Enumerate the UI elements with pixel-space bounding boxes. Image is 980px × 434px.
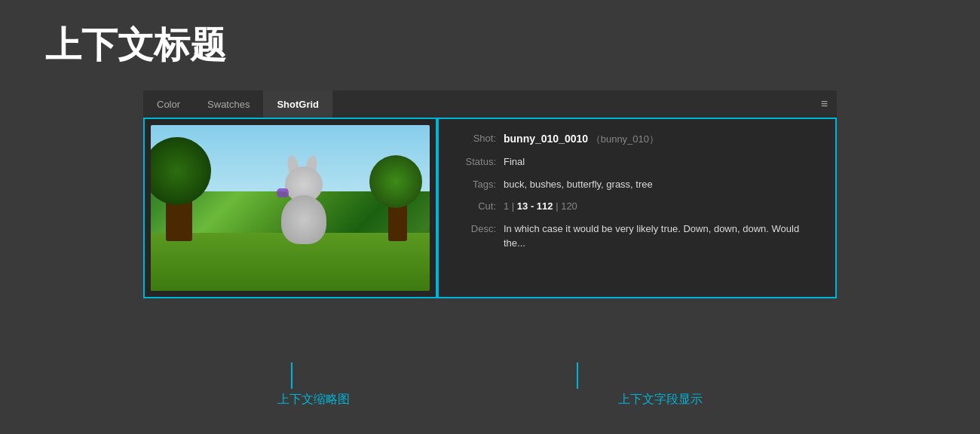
scene-butterfly <box>277 188 289 197</box>
content-area: Shot: bunny_010_0010 （bunny_010） Status:… <box>143 118 837 298</box>
tab-color[interactable]: Color <box>143 90 194 118</box>
main-panel: Color Swatches ShotGrid ≡ <box>143 90 837 298</box>
butterfly-wing-right <box>283 188 289 197</box>
page-title: 上下文标题 <box>45 21 226 69</box>
annotation-texts: 上下文缩略图 上下文字段显示 <box>143 392 837 408</box>
scene-character <box>270 169 338 244</box>
thumbnail-panel <box>143 118 437 298</box>
label-cut: Cut: <box>452 199 496 214</box>
annotation-right-label: 上下文字段显示 <box>618 392 703 408</box>
value-shot: bunny_010_0010 （bunny_010） <box>504 131 659 147</box>
menu-icon[interactable]: ≡ <box>821 97 828 111</box>
info-row-status: Status: Final <box>452 154 822 170</box>
annotation-left-label: 上下文缩略图 <box>277 392 350 408</box>
annotation-line-left <box>291 362 292 389</box>
info-row-desc: Desc: In which case it would be very lik… <box>452 222 822 251</box>
char-body <box>281 195 326 244</box>
value-status: Final <box>504 154 525 170</box>
info-row-tags: Tags: buck, bushes, butterfly, grass, tr… <box>452 177 822 192</box>
tab-shotgrid[interactable]: ShotGrid <box>263 90 332 118</box>
thumbnail-image <box>151 125 430 291</box>
label-shot: Shot: <box>452 131 496 146</box>
scene-tree2-top <box>369 155 422 208</box>
annotation-line-right <box>577 362 578 389</box>
tab-swatches[interactable]: Swatches <box>194 90 263 118</box>
label-status: Status: <box>452 154 496 170</box>
value-cut: 1 | 13 - 112 | 120 <box>504 199 577 214</box>
label-tags: Tags: <box>452 177 496 192</box>
label-desc: Desc: <box>452 222 496 237</box>
value-tags: buck, bushes, butterfly, grass, tree <box>504 177 653 192</box>
info-row-shot: Shot: bunny_010_0010 （bunny_010） <box>452 131 822 147</box>
info-panel: Shot: bunny_010_0010 （bunny_010） Status:… <box>437 118 837 298</box>
value-desc: In which case it would be very likely tr… <box>504 222 822 251</box>
info-row-cut: Cut: 1 | 13 - 112 | 120 <box>452 199 822 214</box>
tab-bar: Color Swatches ShotGrid ≡ <box>143 90 837 118</box>
butterfly-wing-left <box>277 188 283 197</box>
